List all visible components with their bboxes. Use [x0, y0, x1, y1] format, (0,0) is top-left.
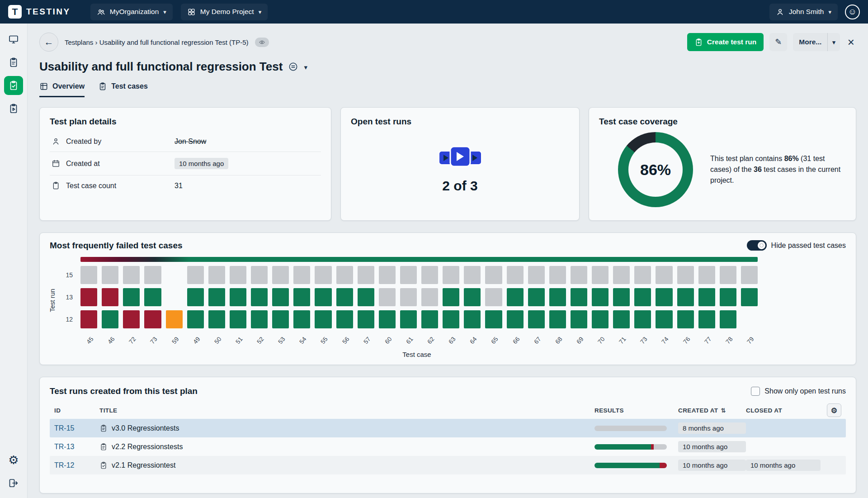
- heatmap-cell-passed[interactable]: [592, 310, 609, 328]
- heatmap-cell-passed[interactable]: [123, 288, 140, 306]
- heatmap-cell-passed[interactable]: [464, 288, 481, 306]
- heatmap-cell-passed[interactable]: [571, 288, 587, 306]
- heatmap-cell-untested[interactable]: [549, 266, 566, 284]
- heatmap-cell-passed[interactable]: [208, 288, 225, 306]
- sidebar-item-test-plans[interactable]: [4, 76, 23, 95]
- heatmap-cell-passed[interactable]: [187, 310, 204, 328]
- table-row[interactable]: TR-15 v3.0 Regressiontests 8 months ago: [50, 419, 846, 437]
- run-id-link[interactable]: TR-15: [54, 424, 99, 432]
- edit-button[interactable]: ✎: [769, 33, 787, 51]
- app-logo[interactable]: T TESTINY: [8, 5, 71, 19]
- heatmap-cell-passed[interactable]: [698, 288, 715, 306]
- heatmap-cell-untested[interactable]: [144, 266, 161, 284]
- project-selector[interactable]: My Demo Project ▾: [181, 4, 268, 20]
- heatmap-cell-passed[interactable]: [656, 310, 672, 328]
- heatmap-cell-passed[interactable]: [528, 288, 545, 306]
- user-menu[interactable]: John Smith ▾: [769, 4, 838, 20]
- heatmap-cell-passed[interactable]: [634, 288, 651, 306]
- heatmap-cell-untested[interactable]: [379, 266, 396, 284]
- tab-overview[interactable]: Overview: [39, 82, 85, 97]
- heatmap-cell-untested[interactable]: [336, 266, 353, 284]
- sidebar-item-test-cases[interactable]: [4, 53, 23, 72]
- create-test-run-button[interactable]: Create test run: [687, 33, 764, 51]
- heatmap-cell-untested[interactable]: [187, 266, 204, 284]
- heatmap-cell-passed[interactable]: [634, 310, 651, 328]
- heatmap-cell-passed[interactable]: [358, 310, 374, 328]
- heatmap-cell-untested[interactable]: [230, 266, 246, 284]
- heatmap-cell-untested[interactable]: [634, 266, 651, 284]
- heatmap-cell-untested[interactable]: [251, 266, 268, 284]
- heatmap-cell-passed[interactable]: [102, 310, 118, 328]
- heatmap-cell-untested[interactable]: [421, 266, 438, 284]
- heatmap-cell-passed[interactable]: [251, 310, 268, 328]
- heatmap-cell-untested[interactable]: [741, 266, 758, 284]
- heatmap-cell-untested[interactable]: [464, 266, 481, 284]
- breadcrumb[interactable]: Testplans › Usability and full functiona…: [65, 38, 249, 46]
- table-settings-gear-icon[interactable]: ⚙: [827, 403, 841, 417]
- heatmap-cell-passed[interactable]: [443, 310, 459, 328]
- heatmap-cell-untested[interactable]: [80, 266, 97, 284]
- close-button[interactable]: ×: [846, 33, 856, 51]
- heatmap-cell-failed[interactable]: [144, 310, 161, 328]
- more-button[interactable]: More... ▾: [793, 33, 840, 51]
- organization-selector[interactable]: MyOrganization ▾: [90, 4, 173, 20]
- heatmap-cell-untested[interactable]: [507, 266, 524, 284]
- table-row[interactable]: TR-12 v2.1 Regressiontest 10 months ago …: [50, 456, 846, 474]
- title-menu-chevron-icon[interactable]: ▾: [304, 63, 307, 71]
- heatmap-cell-passed[interactable]: [592, 288, 609, 306]
- heatmap-cell-untested[interactable]: [592, 266, 609, 284]
- settings-gear-icon[interactable]: ⚙: [4, 451, 23, 470]
- sort-icon[interactable]: ⇅: [721, 407, 726, 414]
- feedback-smiley-icon[interactable]: ☺: [845, 5, 860, 19]
- heatmap-cell-passed[interactable]: [144, 288, 161, 306]
- heatmap-cell-passed[interactable]: [549, 288, 566, 306]
- sidebar-item-dashboard[interactable]: [4, 30, 23, 49]
- heatmap-cell-passed[interactable]: [358, 288, 374, 306]
- heatmap-cell-passed[interactable]: [315, 310, 331, 328]
- heatmap-cell-blocked[interactable]: [166, 310, 183, 328]
- heatmap-cell-passed[interactable]: [741, 288, 758, 306]
- heatmap-cell-passed[interactable]: [549, 310, 566, 328]
- heatmap-cell-untested[interactable]: [720, 266, 736, 284]
- heatmap-cell-untested[interactable]: [656, 266, 672, 284]
- sidebar-item-test-runs[interactable]: [4, 99, 23, 118]
- heatmap-cell-failed[interactable]: [102, 288, 118, 306]
- run-id-link[interactable]: TR-13: [54, 443, 99, 451]
- hide-passed-toggle[interactable]: [747, 240, 767, 251]
- heatmap-cell-untested[interactable]: [400, 266, 417, 284]
- heatmap-cell-passed[interactable]: [720, 310, 736, 328]
- heatmap-cell-untested[interactable]: [443, 266, 459, 284]
- heatmap-cell-passed[interactable]: [677, 310, 694, 328]
- heatmap-cell-passed[interactable]: [421, 310, 438, 328]
- heatmap-cell-passed[interactable]: [293, 288, 310, 306]
- heatmap-cell-passed[interactable]: [720, 288, 736, 306]
- run-id-link[interactable]: TR-12: [54, 461, 99, 470]
- tab-test-cases[interactable]: Test cases: [98, 82, 148, 97]
- heatmap-cell-passed[interactable]: [272, 288, 289, 306]
- heatmap-cell-untested[interactable]: [272, 266, 289, 284]
- heatmap-cell-passed[interactable]: [507, 288, 524, 306]
- heatmap-cell-failed[interactable]: [80, 288, 97, 306]
- heatmap-cell-failed[interactable]: [123, 310, 140, 328]
- heatmap-cell-untested[interactable]: [315, 266, 331, 284]
- heatmap-cell-untested[interactable]: [208, 266, 225, 284]
- heatmap-cell-untested[interactable]: [698, 266, 715, 284]
- heatmap-cell-untested[interactable]: [571, 266, 587, 284]
- heatmap-cell-untested[interactable]: [379, 288, 396, 306]
- watch-eye-icon[interactable]: [255, 38, 269, 47]
- heatmap-cell-passed[interactable]: [613, 288, 630, 306]
- back-button[interactable]: ←: [39, 33, 58, 52]
- show-open-runs-checkbox[interactable]: [751, 387, 760, 396]
- heatmap-cell-passed[interactable]: [379, 310, 396, 328]
- heatmap-cell-untested[interactable]: [485, 266, 502, 284]
- table-row[interactable]: TR-13 v2.2 Regressionstests 10 months ag…: [50, 437, 846, 456]
- heatmap-cell-passed[interactable]: [443, 288, 459, 306]
- heatmap-cell-untested[interactable]: [358, 266, 374, 284]
- heatmap-cell-passed[interactable]: [272, 310, 289, 328]
- heatmap-cell-untested[interactable]: [293, 266, 310, 284]
- heatmap-cell-failed[interactable]: [80, 310, 97, 328]
- heatmap-cell-passed[interactable]: [528, 310, 545, 328]
- heatmap-cell-passed[interactable]: [230, 310, 246, 328]
- heatmap-cell-untested[interactable]: [613, 266, 630, 284]
- heatmap-cell-passed[interactable]: [293, 310, 310, 328]
